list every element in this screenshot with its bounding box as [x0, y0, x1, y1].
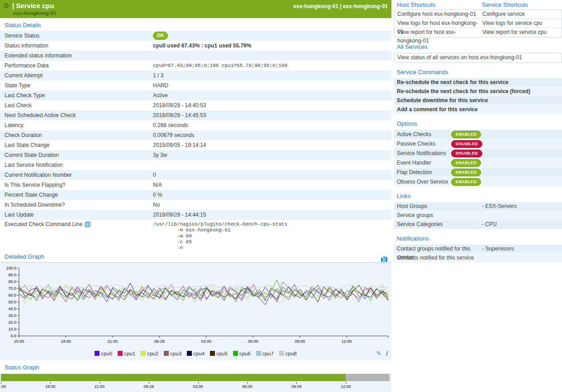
row-label: Last Check [0, 102, 149, 109]
cpu-line-chart: 0.010.020.030.040.050.060.070.080.090.01… [0, 264, 391, 347]
service-groups-link [479, 211, 562, 220]
edit-graph-icon[interactable]: ✎ [376, 350, 381, 357]
row-value: 2018/09/28 - 14:45:53 [149, 112, 206, 118]
copy-icon[interactable] [85, 221, 91, 229]
flap-detection-badge[interactable]: ENABLED [451, 169, 481, 176]
row-value: 2015/09/05 - 19:14:14 [149, 142, 206, 148]
bar-chart-icon[interactable] [381, 254, 388, 262]
service-commands-title: Service Commands [397, 69, 562, 76]
table-row: Last State Change 2015/09/05 - 19:14:14 [0, 140, 391, 150]
view-service-report-link[interactable]: View report for service cpu [480, 28, 562, 45]
table-row: View logs for host esx-hongkong-01 View … [395, 19, 562, 28]
legend-label: cpu3 [170, 351, 181, 356]
svg-text:03:00: 03:00 [201, 339, 211, 344]
status-badge: OK [153, 32, 168, 40]
option-label: Event Handler [397, 160, 451, 166]
svg-text:09:00: 09:00 [295, 339, 305, 344]
svg-text:50.0: 50.0 [8, 300, 16, 304]
view-host-report-link[interactable]: View report for host esx-hongkong-01 [395, 28, 480, 45]
row-value: N/A [149, 182, 162, 188]
obsess-over-service-badge[interactable]: ENABLED [451, 178, 481, 186]
option-label: Passive Checks [397, 141, 451, 147]
configure-host-link[interactable]: Configure host esx-hongkong-01 [395, 10, 480, 19]
gear-icon[interactable]: ⚙ [3, 2, 9, 10]
status-timeline [1, 374, 390, 381]
table-row: In Scheduled Downtime? No [0, 200, 391, 210]
notifications-list: Contact groups notified for this service… [394, 245, 562, 263]
notification-row: Contact groups notified for this service… [394, 245, 562, 254]
row-value: 1 / 3 [149, 72, 163, 79]
legend-label: cpu7 [262, 351, 274, 356]
row-label: Performance Data [0, 62, 149, 69]
table-row: Current Notification Number 0 [0, 170, 391, 180]
add-comment-link[interactable]: Add a comment for this service [394, 105, 562, 114]
legend-label: cpu6 [239, 351, 251, 356]
table-row: Current State Duration 3y 3w [0, 150, 391, 160]
table-row: Configure host esx-hongkong-01 Configure… [395, 10, 562, 19]
table-row: Performance Data cpu0=67.43;90;95;0;100 … [0, 61, 391, 71]
contacts-link [479, 254, 562, 262]
service-categories-link[interactable]: - CPU [479, 220, 562, 229]
row-label: Extended status information [0, 52, 149, 59]
table-row: Next Scheduled Active Check 2018/09/28 -… [0, 110, 391, 120]
legend-row: cpu0cpu1cpu2cpu3cpu4cpu5cpu6cpu7cpu8 ✎ i [0, 349, 391, 360]
option-row: Service Notifications DISABLED [394, 149, 562, 158]
row-value: No [149, 202, 160, 208]
row-value: 0.268 seconds [149, 122, 188, 128]
row-value: 2018/09/28 - 14:44:15 [149, 212, 206, 218]
table-row: Current Attempt 1 / 3 [0, 71, 391, 80]
event-handler-badge[interactable]: ENABLED [451, 159, 481, 167]
links-title: Links [397, 193, 562, 199]
service-notifications-badge[interactable]: DISABLED [451, 150, 482, 157]
svg-text:06:00: 06:00 [248, 339, 258, 344]
row-label: Last Service Notification [0, 162, 149, 168]
row-label: Last Check Type [0, 92, 149, 99]
legend-swatch-cpu4 [187, 351, 192, 356]
status-details-title: Status Details [5, 22, 391, 28]
legend-label: cpu1 [124, 351, 135, 356]
sidebar-column: Host Shortcuts Service Shortcuts Configu… [394, 0, 562, 263]
service-commands-list: Re-schedule the next check for this serv… [394, 78, 562, 114]
schedule-downtime-link[interactable]: Schedule downtime for this service [394, 96, 562, 105]
view-all-services-link[interactable]: View status of all services on host esx-… [395, 53, 562, 62]
row-label: Next Scheduled Active Check [0, 112, 149, 118]
option-label: Active Checks [397, 131, 451, 137]
option-row: Event Handler ENABLED [394, 158, 562, 168]
option-row: Passive Checks DISABLED [394, 139, 562, 149]
page-title: | Service cpu [12, 2, 54, 9]
table-row: Percent State Change 0 % [0, 190, 391, 200]
legend-label: cpu8 [286, 351, 297, 356]
host-groups-link[interactable]: - ESX-Servers [479, 202, 562, 211]
row-label: In Scheduled Downtime? [0, 202, 149, 208]
table-row: Service Status OK [0, 31, 391, 41]
active-checks-badge[interactable]: ENABLED [451, 131, 481, 138]
service-detail-page: ⚙ | Service cpu esx-hongkong-01 esx-hong… [0, 0, 562, 392]
svg-text:0.0: 0.0 [10, 334, 16, 338]
chart-legend: cpu0cpu1cpu2cpu3cpu4cpu5cpu6cpu7cpu8 [0, 349, 391, 358]
passive-checks-badge[interactable]: DISABLED [451, 140, 482, 148]
options-list: Active Checks ENABLED Passive Checks DIS… [394, 130, 562, 187]
legend-swatch-cpu2 [141, 351, 146, 356]
reschedule-check-link[interactable]: Re-schedule the next check for this serv… [394, 78, 562, 87]
table-row: Check Duration 0.00679 seconds [0, 130, 391, 140]
legend-swatch-cpu1 [118, 351, 123, 356]
reschedule-check-forced-link[interactable]: Re-schedule the next check for this serv… [394, 87, 562, 96]
legend-item-cpu5: cpu5 [210, 351, 228, 356]
page-subtitle-host: esx-hongkong-01 [13, 10, 56, 16]
legend-item-cpu1: cpu1 [118, 351, 135, 356]
row-value: 3y 3w [149, 152, 167, 158]
detailed-graph-panel: 0.010.020.030.040.050.060.070.080.090.01… [0, 263, 391, 360]
row-label: Percent State Change [0, 192, 149, 198]
detailed-graph-title: Detailed Graph [5, 253, 44, 260]
svg-text:10.0: 10.0 [8, 327, 16, 331]
all-services-table: View status of all services on host esx-… [394, 53, 562, 63]
option-label: Service Notifications [397, 150, 451, 156]
legend-swatch-cpu7 [256, 351, 261, 356]
row-value: cpu0=67.43;90;95;0;100 cpu1=55.79;90;95;… [149, 63, 287, 68]
row-value: 0 [149, 172, 156, 178]
svg-text:12:00: 12:00 [342, 339, 352, 344]
info-icon[interactable]: i [386, 350, 388, 357]
page-header: ⚙ | Service cpu esx-hongkong-01 esx-hong… [0, 0, 391, 18]
svg-text:20.0: 20.0 [8, 320, 16, 325]
configure-service-link[interactable]: Configure service [480, 10, 562, 19]
